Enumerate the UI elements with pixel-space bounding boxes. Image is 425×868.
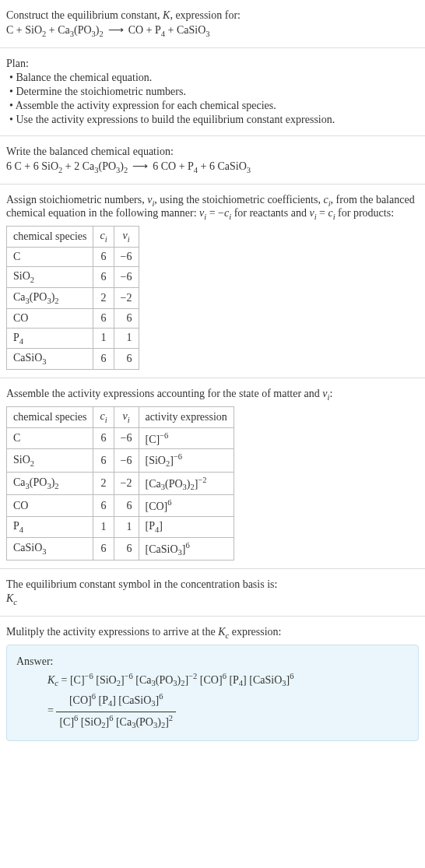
plan-bullet: • Use the activity expressions to build … bbox=[6, 114, 419, 126]
term: (PO bbox=[156, 674, 174, 686]
assign-text: Assign stoichiometric numbers, νi, using… bbox=[6, 194, 419, 222]
cell-nui: −2 bbox=[114, 287, 139, 308]
th-nui: νi bbox=[114, 227, 139, 248]
act-text: [CaSiO bbox=[146, 543, 178, 554]
eq-sign: = bbox=[317, 207, 328, 219]
eq-rhs: CO + P bbox=[128, 24, 161, 36]
exp: 6 bbox=[159, 692, 163, 701]
cell-nui: −6 bbox=[114, 266, 139, 287]
act-sup: −6 bbox=[174, 452, 182, 461]
i-sub: i bbox=[105, 416, 107, 424]
cell-activity: [CaSiO3]6 bbox=[139, 537, 234, 560]
answer-expr-line1: Kc = [C]−6 [SiO2]−6 [Ca3(PO3)2]−2 [CO]6 … bbox=[16, 670, 409, 691]
term: [P bbox=[227, 674, 239, 686]
assign-p4: for reactants and bbox=[231, 207, 309, 219]
assign-section: Assign stoichiometric numbers, νi, using… bbox=[0, 184, 425, 379]
activity-p2: : bbox=[329, 388, 332, 399]
term: [Ca bbox=[113, 715, 132, 727]
intro-text-1: Construct the equilibrium constant, bbox=[6, 9, 163, 21]
plan-bullet: • Assemble the activity expression for e… bbox=[6, 100, 419, 112]
cell-activity: [SiO2]−6 bbox=[139, 449, 234, 472]
cell-nui: 6 bbox=[114, 349, 139, 370]
exp: −2 bbox=[188, 672, 197, 680]
plan-title: Plan: bbox=[6, 58, 419, 70]
act-text: [SiO bbox=[146, 455, 166, 466]
cell-ci: 1 bbox=[93, 516, 114, 537]
term: [CaSiO bbox=[247, 674, 283, 686]
act-text: [P bbox=[146, 520, 155, 532]
activity-table: chemical species ci νi activity expressi… bbox=[6, 406, 234, 561]
cell-ci: 6 bbox=[93, 449, 114, 472]
cell-nui: 6 bbox=[114, 495, 139, 517]
cell-ci: 6 bbox=[93, 247, 114, 266]
table-row: Ca3(PO3)2 2 −2 bbox=[7, 287, 139, 308]
fraction: [CO]6 [P4] [CaSiO3]6 [C]6 [SiO2]6 [Ca3(P… bbox=[56, 691, 176, 733]
species-text: (PO bbox=[30, 291, 47, 303]
K-symbol: K bbox=[47, 674, 54, 686]
species-text: (PO bbox=[30, 476, 47, 488]
cell-species: Ca3(PO3)2 bbox=[7, 472, 93, 494]
eq-sub: 3 bbox=[205, 30, 209, 38]
i-sub: i bbox=[105, 235, 107, 244]
c-sub: c bbox=[13, 598, 17, 606]
K-symbol: K bbox=[163, 9, 170, 21]
eq-rhs2: + CaSiO bbox=[165, 24, 205, 36]
species-text: SiO bbox=[13, 454, 30, 466]
term: [CO] bbox=[197, 674, 222, 686]
act-sup: 6 bbox=[167, 498, 171, 507]
species-text: P bbox=[13, 332, 19, 343]
table-row: C 6 −6 [C]−6 bbox=[7, 427, 234, 449]
term: [C] bbox=[70, 674, 85, 686]
term: [SiO bbox=[93, 674, 117, 686]
cell-species: P4 bbox=[7, 328, 93, 349]
species-sub: 2 bbox=[54, 482, 58, 490]
plan-bullet: • Balance the chemical equation. bbox=[6, 72, 419, 84]
table-row: CO 6 6 [CO]6 bbox=[7, 495, 234, 517]
cell-species: CaSiO3 bbox=[7, 349, 93, 370]
cell-nui: −6 bbox=[114, 247, 139, 266]
cell-ci: 2 bbox=[93, 472, 114, 494]
exp: 2 bbox=[169, 714, 173, 722]
eq-part: (PO bbox=[98, 160, 116, 172]
species-sub: 3 bbox=[42, 357, 46, 366]
eq-sub: 3 bbox=[247, 166, 251, 174]
exp: −6 bbox=[85, 672, 93, 680]
cell-nui: −6 bbox=[114, 449, 139, 472]
species-sub: 2 bbox=[54, 297, 58, 305]
answer-box: Answer: Kc = [C]−6 [SiO2]−6 [Ca3(PO3)2]−… bbox=[6, 645, 419, 741]
intro-line1: Construct the equilibrium constant, K, e… bbox=[6, 9, 419, 22]
term: [P bbox=[96, 694, 108, 706]
assign-p5: for products: bbox=[335, 207, 394, 219]
species-text: CaSiO bbox=[13, 542, 42, 553]
th-nui: νi bbox=[114, 406, 139, 427]
eq-part: 6 C + 6 SiO bbox=[6, 160, 58, 172]
multiply-text: Mulitply the activity expressions to arr… bbox=[6, 626, 419, 640]
eq-lhs: C + SiO bbox=[6, 24, 42, 36]
cell-ci: 6 bbox=[93, 349, 114, 370]
multiply-section: Mulitply the activity expressions to arr… bbox=[0, 617, 425, 749]
species-sub: 4 bbox=[19, 336, 23, 345]
cell-species: CaSiO3 bbox=[7, 537, 93, 560]
activity-p1: Assemble the activity expressions accoun… bbox=[6, 388, 322, 399]
species-text: CaSiO bbox=[13, 352, 42, 364]
cell-activity: [P4] bbox=[139, 516, 234, 537]
table-row: Ca3(PO3)2 2 −2 [Ca3(PO3)2]−2 bbox=[7, 472, 234, 494]
table-row: CaSiO3 6 6 bbox=[7, 349, 139, 370]
cell-ci: 1 bbox=[93, 328, 114, 349]
term: (PO bbox=[135, 715, 153, 727]
balanced-equation: 6 C + 6 SiO2 + 2 Ca3(PO3)2⟶6 CO + P4 + 6… bbox=[6, 160, 419, 174]
i-sub: i bbox=[128, 235, 130, 244]
eq-po3: (PO bbox=[74, 24, 92, 36]
cell-activity: [C]−6 bbox=[139, 427, 234, 449]
K-symbol: K bbox=[218, 626, 225, 638]
answer-expr-line2: = [CO]6 [P4] [CaSiO3]6 [C]6 [SiO2]6 [Ca3… bbox=[16, 691, 409, 733]
cell-species: C bbox=[7, 427, 93, 449]
assign-p2: , using the stoichiometric coefficients, bbox=[154, 194, 323, 206]
species-text: Ca bbox=[13, 476, 26, 488]
multiply-p1: Mulitply the activity expressions to arr… bbox=[6, 626, 218, 638]
K-symbol: K bbox=[6, 592, 13, 604]
act-text: [CO] bbox=[146, 501, 168, 512]
eq-part: + 2 Ca bbox=[62, 160, 94, 172]
cell-species: C bbox=[7, 247, 93, 266]
activity-text: Assemble the activity expressions accoun… bbox=[6, 388, 419, 402]
